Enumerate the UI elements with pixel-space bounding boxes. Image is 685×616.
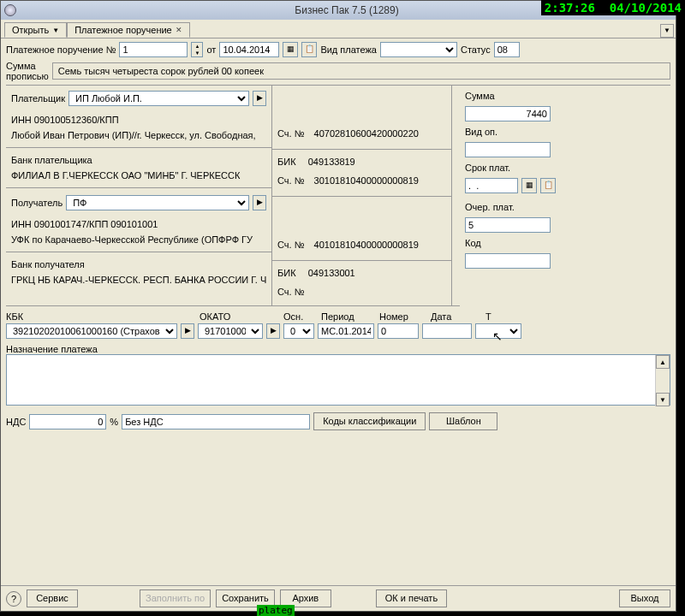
nds-percent-input[interactable] (29, 414, 106, 429)
doc-number-input[interactable] (119, 42, 188, 57)
payer-corr-label: Сч. № (277, 175, 304, 186)
purpose-label: Назначение платежа (6, 344, 670, 354)
payee-label: Получатель (11, 198, 63, 208)
payee-bank-label: Банк получателя (11, 259, 266, 270)
sum-input[interactable] (465, 106, 551, 121)
data-label: Дата (431, 311, 479, 322)
payee-acc-label: Сч. № (277, 240, 304, 250)
tab-document-label: Платежное поручение (74, 25, 172, 35)
exit-button[interactable]: Выход (619, 589, 670, 607)
bottom-toolbar: ? Сервис Заполнить по Сохранить Архив ОК… (1, 585, 676, 611)
nds-text-input[interactable] (122, 414, 310, 429)
osn-label: Осн. (283, 311, 314, 322)
srok-input[interactable] (465, 178, 518, 193)
percent-sign: % (110, 417, 118, 427)
okato-label: ОКАТО (200, 311, 277, 322)
scroll-up-icon[interactable]: ▲ (656, 355, 670, 369)
payee-bik: 049133001 (308, 268, 355, 278)
payment-type-label: Вид платежа (320, 44, 377, 55)
payee-bik-label: БИК (277, 268, 296, 278)
doc-number-spinner[interactable]: ▲▼ (191, 42, 203, 57)
scrollbar[interactable]: ▲ ▼ (655, 355, 670, 406)
nds-label: НДС (6, 417, 26, 427)
payer-bank: ФИЛИАЛ В Г.ЧЕРКЕССК ОАО "МИНБ" Г. ЧЕРКЕС… (11, 170, 266, 181)
doc-date-input[interactable] (219, 42, 279, 57)
classify-codes-button[interactable]: Коды классификации (313, 412, 426, 430)
tip-label: Т (485, 311, 520, 322)
ok-print-button[interactable]: ОК и печать (376, 589, 447, 607)
kod-input[interactable] (465, 253, 551, 269)
payee-acc: 40101810400000000819 (314, 240, 419, 250)
kbk-select[interactable]: 39210202010061000160 (Страховые (6, 323, 177, 339)
data-input[interactable] (422, 323, 472, 339)
payer-bik: 049133819 (308, 157, 355, 167)
status-input[interactable] (494, 42, 520, 57)
tab-document[interactable]: Платежное поручение ✕ (67, 22, 190, 38)
tab-bar: Открыть ▼ Платежное поручение ✕ ▼ (1, 20, 676, 38)
srok-calendar-icon[interactable]: ▦ (521, 178, 537, 193)
tabs-overflow-button[interactable]: ▼ (660, 24, 674, 38)
payer-acc: 40702810600420000220 (314, 128, 419, 139)
template-button[interactable]: Шаблон (429, 412, 497, 430)
tab-open-label: Открыть (12, 25, 49, 35)
doc-number-label: Платежное поручение № (6, 44, 116, 55)
ocher-input[interactable] (465, 217, 551, 233)
okato-open-button[interactable]: ▶ (266, 323, 280, 339)
app-window: Бизнес Пак 7.5 (1289) Открыть ▼ Платежно… (0, 0, 676, 612)
desktop-clock: 2:37:26 04/10/2014 (541, 0, 685, 15)
payer-open-button[interactable]: ▶ (253, 91, 266, 106)
amount-words-value: Семь тысяч четыреста сорок рублей 00 коп… (52, 62, 670, 80)
payee-bank: ГРКЦ НБ КАРАЧ.-ЧЕРКЕССК. РЕСП. БАНКА РОС… (11, 275, 266, 285)
payee-inn: ИНН 0901001747/КПП 090101001 (11, 219, 266, 229)
ocher-label: Очер. плат. (465, 202, 583, 212)
tip-select[interactable] (475, 323, 521, 339)
purpose-textarea[interactable] (6, 354, 670, 406)
nomer-input[interactable] (378, 323, 419, 339)
okato-select[interactable]: 91701000 (198, 323, 263, 339)
payment-type-select[interactable] (380, 42, 457, 57)
date-from-label: от (206, 44, 216, 55)
service-button[interactable]: Сервис (27, 589, 78, 607)
sum-label: Сумма (465, 91, 583, 101)
osn-select[interactable]: 0 (283, 323, 314, 339)
help-icon[interactable]: ? (6, 591, 21, 607)
payee-select[interactable]: ПФ (66, 195, 249, 210)
payee-corr-label: Сч. № (277, 287, 304, 297)
kbk-open-button[interactable]: ▶ (181, 323, 194, 339)
status-label: Статус (461, 44, 491, 55)
fill-by-button[interactable]: Заполнить по (140, 589, 211, 607)
kbk-label: КБК (6, 311, 193, 322)
chevron-down-icon: ▼ (52, 27, 59, 34)
payer-inn: ИНН 090100512360/КПП (11, 115, 266, 125)
payer-acc-label: Сч. № (277, 128, 304, 139)
payer-bik-label: БИК (277, 157, 296, 167)
tab-open[interactable]: Открыть ▼ (4, 22, 67, 38)
payer-label: Плательщик (11, 93, 65, 104)
date-picker-icon[interactable]: 📋 (301, 42, 317, 57)
period-label: Период (321, 311, 372, 322)
payer-corr: 30101810400000000819 (314, 175, 419, 186)
payer-bank-label: Банк плательщика (11, 155, 266, 165)
close-icon[interactable]: ✕ (176, 26, 182, 34)
amount-words-label: Сумма прописью (6, 61, 49, 81)
period-input[interactable] (318, 323, 374, 339)
srok-label: Срок плат. (465, 163, 583, 173)
nomer-label: Номер (379, 311, 424, 322)
kod-label: Код (465, 238, 583, 248)
vidop-input[interactable] (465, 142, 551, 157)
calendar-icon[interactable]: ▦ (283, 42, 298, 57)
payee-open-button[interactable]: ▶ (253, 195, 266, 210)
srok-picker-icon[interactable]: 📋 (540, 178, 556, 193)
app-icon (4, 4, 16, 16)
payer-select[interactable]: ИП Любой И.П. (68, 91, 249, 106)
payee-fullname: УФК по Карачаево-Черкесской Республике (… (11, 234, 266, 245)
status-badge: plateg (257, 605, 295, 616)
vidop-label: Вид оп. (465, 127, 583, 137)
payer-fullname: Любой Иван Петрович (ИП)//г. Черкесск, у… (11, 130, 266, 140)
scroll-down-icon[interactable]: ▼ (656, 393, 670, 406)
